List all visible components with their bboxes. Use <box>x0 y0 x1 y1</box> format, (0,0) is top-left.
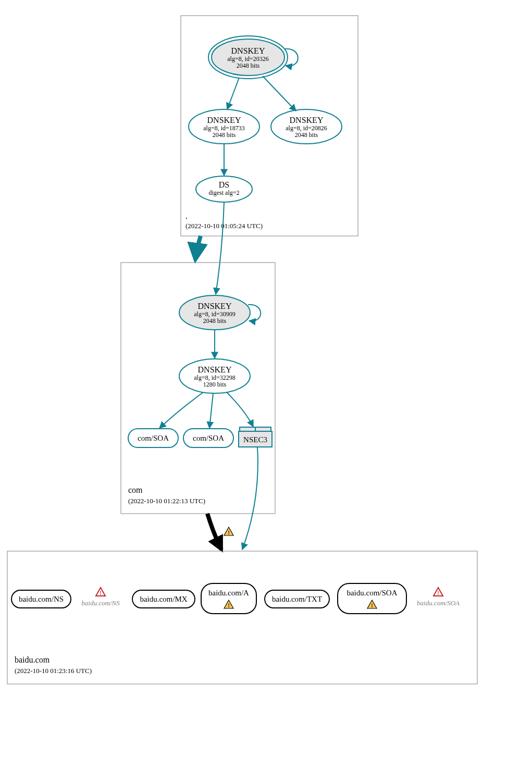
root-zone-ts: (2022-10-10 01:05:24 UTC) <box>185 222 263 230</box>
svg-text:!: ! <box>228 602 230 608</box>
baidu-ns-node: baidu.com/NS <box>11 590 71 608</box>
svg-text:baidu.com/NS: baidu.com/NS <box>81 599 120 607</box>
transition-warning-icon: ! <box>224 527 233 536</box>
edge-com-zsk-nsec3 <box>227 392 253 427</box>
com-zone-label: com <box>128 485 143 494</box>
baidu-soa-node: baidu.com/SOA ! <box>338 583 406 614</box>
root-zone: DNSKEY alg=8, id=20326 2048 bits DNSKEY … <box>181 16 358 236</box>
edge-nsec3-to-baidu <box>242 447 258 550</box>
svg-text:baidu.com/SOA: baidu.com/SOA <box>347 589 397 597</box>
com-zone: DNSKEY alg=8, id=30909 2048 bits DNSKEY … <box>121 263 275 514</box>
svg-text:baidu.com/A: baidu.com/A <box>208 589 249 597</box>
edge-com-zsk-soa1 <box>159 392 203 428</box>
warning-icon: ! <box>367 600 377 608</box>
root-ds-node: DS digest alg=2 <box>196 176 252 202</box>
svg-text:DNSKEY: DNSKEY <box>198 302 232 310</box>
error-icon: ! <box>434 588 443 596</box>
svg-text:DNSKEY: DNSKEY <box>290 116 324 124</box>
svg-rect-47 <box>338 583 406 614</box>
com-nsec3-node: NSEC3 <box>239 427 272 447</box>
svg-text:com/SOA: com/SOA <box>193 434 224 442</box>
dnssec-diagram: DNSKEY alg=8, id=20326 2048 bits DNSKEY … <box>0 0 532 772</box>
com-ksk-node: DNSKEY alg=8, id=30909 2048 bits <box>179 295 250 330</box>
svg-text:alg=8, id=32298: alg=8, id=32298 <box>194 374 236 381</box>
svg-text:DNSKEY: DNSKEY <box>198 365 232 374</box>
svg-text:NSEC3: NSEC3 <box>243 435 267 444</box>
baidu-a-node: baidu.com/A ! <box>201 583 256 614</box>
edge-root-ksk-zsk1 <box>227 78 239 109</box>
com-zone-ts: (2022-10-10 01:22:13 UTC) <box>128 497 205 505</box>
edge-com-zsk-soa2 <box>209 393 213 428</box>
svg-text:baidu.com/TXT: baidu.com/TXT <box>272 595 322 603</box>
root-zsk1-node: DNSKEY alg=8, id=18733 2048 bits <box>189 109 259 144</box>
svg-text:DS: DS <box>219 180 229 189</box>
com-soa2-node: com/SOA <box>183 429 233 447</box>
svg-text:alg=8, id=20826: alg=8, id=20826 <box>286 124 327 132</box>
svg-text:!: ! <box>100 590 102 596</box>
svg-text:com/SOA: com/SOA <box>138 434 169 442</box>
baidu-ns-error: ! baidu.com/NS <box>81 588 120 607</box>
edge-root-to-com <box>195 236 201 259</box>
com-soa1-node: com/SOA <box>128 429 178 447</box>
svg-rect-33 <box>7 551 477 684</box>
svg-text:!: ! <box>371 602 373 608</box>
svg-rect-41 <box>201 583 256 614</box>
svg-text:2048 bits: 2048 bits <box>203 317 227 325</box>
svg-text:baidu.com/MX: baidu.com/MX <box>140 595 187 603</box>
svg-text:alg=8, id=30909: alg=8, id=30909 <box>194 310 236 318</box>
edge-root-ksk-zsk2 <box>263 76 296 111</box>
baidu-zone-label: baidu.com <box>15 655 50 664</box>
svg-text:baidu.com/NS: baidu.com/NS <box>19 595 64 603</box>
svg-text:2048 bits: 2048 bits <box>295 131 318 139</box>
svg-text:2048 bits: 2048 bits <box>213 131 236 139</box>
svg-text:baidu.com/SOA: baidu.com/SOA <box>417 599 460 607</box>
root-ksk-title: DNSKEY <box>231 46 265 55</box>
svg-text:digest alg=2: digest alg=2 <box>208 189 239 196</box>
baidu-zone-ts: (2022-10-10 01:23:16 UTC) <box>15 667 92 675</box>
warning-icon: ! <box>224 600 233 608</box>
baidu-zone: baidu.com/NS ! baidu.com/NS baidu.com/MX… <box>7 551 477 684</box>
baidu-soa-error: ! baidu.com/SOA <box>417 588 460 607</box>
baidu-txt-node: baidu.com/TXT <box>265 590 329 608</box>
root-ksk-line1: alg=8, id=20326 <box>227 55 269 63</box>
svg-text:!: ! <box>228 529 230 536</box>
svg-text:alg=8, id=18733: alg=8, id=18733 <box>203 124 245 132</box>
root-ksk-line2: 2048 bits <box>237 62 260 69</box>
baidu-mx-node: baidu.com/MX <box>132 590 195 608</box>
com-zsk-node: DNSKEY alg=8, id=32298 1280 bits <box>179 359 250 393</box>
edge-ds-to-com-ksk <box>216 202 224 294</box>
root-ksk-node: DNSKEY alg=8, id=20326 2048 bits <box>208 36 288 79</box>
svg-text:DNSKEY: DNSKEY <box>207 116 241 124</box>
error-icon: ! <box>96 588 105 596</box>
svg-text:!: ! <box>437 590 439 596</box>
root-zsk2-node: DNSKEY alg=8, id=20826 2048 bits <box>271 109 342 144</box>
root-zone-label: . <box>185 211 188 220</box>
edge-com-to-baidu <box>207 514 221 550</box>
svg-text:1280 bits: 1280 bits <box>203 381 227 388</box>
